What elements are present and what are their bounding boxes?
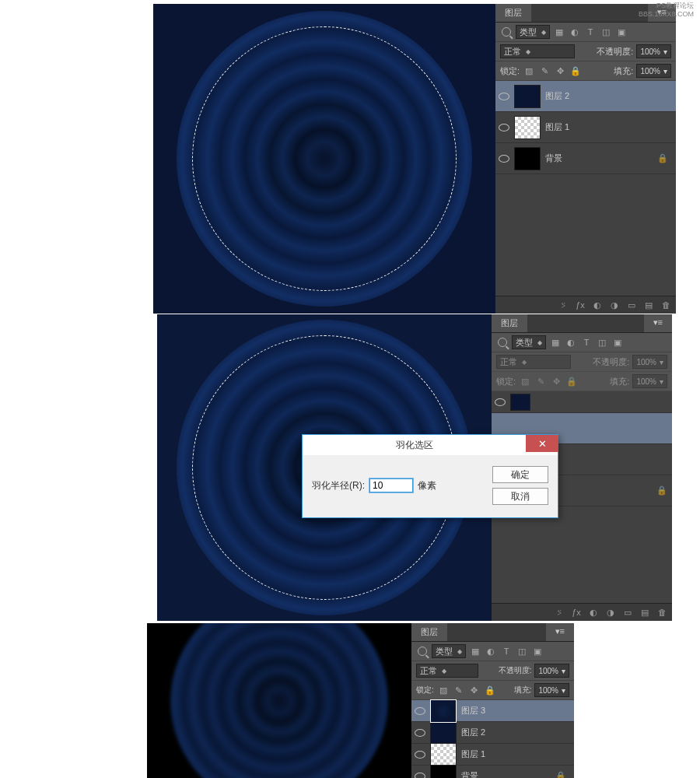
opacity-label: 不透明度: <box>499 665 532 676</box>
search-icon[interactable] <box>496 336 509 349</box>
layer-name: 图层 2 <box>545 90 569 102</box>
link-icon[interactable]: ⍩ <box>551 605 568 619</box>
smart-filter-icon[interactable]: ▣ <box>615 26 628 38</box>
blend-row: 正常◆ 不透明度: 100%▾ <box>411 661 574 681</box>
lock-label: 锁定: <box>496 376 516 387</box>
fill-value: 100%▾ <box>632 374 667 388</box>
adjust-filter-icon[interactable]: ◐ <box>485 645 497 657</box>
visibility-icon[interactable] <box>499 153 509 164</box>
lock-brush-icon[interactable]: ✎ <box>453 684 465 696</box>
mask-icon[interactable]: ◐ <box>585 605 602 619</box>
filter-row: 类型◆ ▦ ◐ T ◫ ▣ <box>495 23 676 42</box>
opacity-value[interactable]: 100%▾ <box>636 44 671 58</box>
filter-type-dropdown[interactable]: 类型◆ <box>432 644 466 658</box>
radius-input[interactable] <box>369 478 413 492</box>
layer-row[interactable]: 图层 2 <box>411 722 574 744</box>
visibility-icon[interactable] <box>415 749 425 760</box>
fx-icon[interactable]: ƒx <box>568 605 585 619</box>
smart-filter-icon[interactable]: ▣ <box>531 645 544 657</box>
cancel-button[interactable]: 取消 <box>492 488 548 505</box>
layer-thumb <box>514 85 541 108</box>
visibility-icon[interactable] <box>499 122 509 133</box>
dialog-titlebar[interactable]: 羽化选区 ✕ <box>303 435 558 455</box>
type-filter-icon[interactable]: T <box>500 645 513 657</box>
group-icon[interactable]: ▭ <box>623 298 640 312</box>
visibility-icon[interactable] <box>415 771 425 779</box>
layer-row[interactable]: 图层 3 <box>411 700 574 722</box>
search-icon[interactable] <box>416 645 429 657</box>
pixel-filter-icon[interactable]: ▦ <box>553 26 565 38</box>
trash-icon[interactable]: 🗑 <box>657 298 674 312</box>
visibility-icon[interactable] <box>415 727 425 738</box>
shape-filter-icon[interactable]: ◫ <box>600 26 612 38</box>
layer-row[interactable]: 背景🔒 <box>411 766 574 778</box>
fill-label: 填充: <box>610 376 629 387</box>
group-icon[interactable]: ▭ <box>619 605 636 619</box>
radius-label: 羽化半径(R): <box>312 479 365 492</box>
visibility-icon[interactable] <box>495 397 506 408</box>
tab-layers[interactable]: 图层 <box>492 314 527 332</box>
panel-menu-icon[interactable]: ▾≡ <box>644 314 672 332</box>
fx-icon[interactable]: ƒx <box>572 298 589 312</box>
dialog-title: 羽化选区 <box>396 439 433 452</box>
adjust-icon[interactable]: ◑ <box>602 605 619 619</box>
lock-trans-icon[interactable]: ▨ <box>523 65 535 77</box>
blend-mode-dropdown[interactable]: 正常◆ <box>416 664 478 678</box>
panel-menu-icon[interactable]: ▾≡ <box>546 623 574 641</box>
ok-button[interactable]: 确定 <box>492 466 548 483</box>
fill-label: 填充: <box>514 685 532 696</box>
fill-value[interactable]: 100%▾ <box>534 683 569 697</box>
adjust-filter-icon[interactable]: ◐ <box>569 26 581 38</box>
smart-filter-icon[interactable]: ▣ <box>611 336 624 349</box>
canvas-area-3[interactable] <box>147 623 411 778</box>
pixel-filter-icon[interactable]: ▦ <box>469 645 481 657</box>
link-icon[interactable]: ⍩ <box>555 298 572 312</box>
lock-brush-icon[interactable]: ✎ <box>538 65 551 77</box>
type-filter-icon[interactable]: T <box>580 336 593 349</box>
lock-row: 锁定: ▨ ✎ ✥ 🔒 填充: 100%▾ <box>492 372 672 391</box>
type-filter-icon[interactable]: T <box>584 26 597 38</box>
search-icon[interactable] <box>500 26 513 38</box>
filter-type-dropdown[interactable]: 类型◆ <box>516 25 550 39</box>
lock-trans-icon: ▨ <box>519 375 531 387</box>
pixel-filter-icon[interactable]: ▦ <box>549 336 562 349</box>
adjust-icon[interactable]: ◑ <box>606 298 623 312</box>
adjust-filter-icon[interactable]: ◐ <box>565 336 577 349</box>
filter-type-dropdown[interactable]: 类型◆ <box>512 335 546 349</box>
visibility-icon[interactable] <box>499 91 509 102</box>
layer-row[interactable]: 图层 1 <box>495 112 676 143</box>
new-icon[interactable]: ▤ <box>640 298 657 312</box>
tab-layers[interactable]: 图层 <box>495 4 531 22</box>
lock-move-icon[interactable]: ✥ <box>468 684 481 696</box>
mask-icon[interactable]: ◐ <box>589 298 606 312</box>
shape-filter-icon[interactable]: ◫ <box>596 336 608 349</box>
canvas-area-1[interactable] <box>153 4 495 314</box>
fill-value[interactable]: 100%▾ <box>636 64 671 78</box>
screenshot-1: 图层 ▾≡ 类型◆ ▦ ◐ T ◫ ▣ 正常◆ 不透明度: 100%▾ 锁定: … <box>153 4 676 314</box>
layer-name: 图层 1 <box>461 748 485 760</box>
visibility-icon[interactable] <box>415 706 425 717</box>
lock-all-icon[interactable]: 🔒 <box>569 65 582 77</box>
new-icon[interactable]: ▤ <box>636 605 653 619</box>
screenshot-3: 图层 ▾≡ 类型◆ ▦ ◐ T ◫ ▣ 正常◆ 不透明度: 100%▾ 锁定: … <box>147 623 574 778</box>
dialog-buttons: 确定 取消 <box>492 466 548 505</box>
layers-panel-1: 图层 ▾≡ 类型◆ ▦ ◐ T ◫ ▣ 正常◆ 不透明度: 100%▾ 锁定: … <box>495 4 676 314</box>
trash-icon[interactable]: 🗑 <box>653 605 670 619</box>
layer-row[interactable]: 背景🔒 <box>495 143 676 174</box>
tab-layers[interactable]: 图层 <box>411 623 447 641</box>
layer-row[interactable]: 图层 1 <box>411 744 574 766</box>
dialog-body: 羽化半径(R): 像素 确定 取消 <box>303 455 558 517</box>
shape-filter-icon[interactable]: ◫ <box>516 645 528 657</box>
lock-brush-icon: ✎ <box>534 375 547 387</box>
opacity-value[interactable]: 100%▾ <box>534 664 569 678</box>
opacity-value: 100%▾ <box>632 355 667 369</box>
blend-mode-dropdown[interactable]: 正常◆ <box>500 44 575 58</box>
lock-move-icon[interactable]: ✥ <box>554 65 566 77</box>
unit-label: 像素 <box>418 479 436 492</box>
lock-trans-icon[interactable]: ▨ <box>437 684 450 696</box>
lock-all-icon[interactable]: 🔒 <box>484 684 496 696</box>
layer-row[interactable] <box>492 391 672 413</box>
layer-row[interactable]: 图层 2 <box>495 81 676 112</box>
watermark: PS教程论坛 BBS.16XX8.COM <box>639 2 694 19</box>
close-icon[interactable]: ✕ <box>526 435 558 452</box>
